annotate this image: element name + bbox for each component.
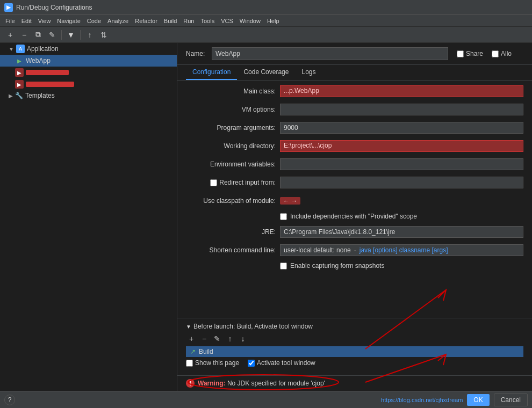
title-text: Run/Debug Configurations <box>16 4 92 11</box>
env-vars-input[interactable] <box>280 158 523 170</box>
show-page-checkbox[interactable] <box>186 360 193 367</box>
share-checkbox-label[interactable]: Share <box>457 50 483 57</box>
templates-label: Templates <box>25 92 55 99</box>
app-icon: ▶ <box>4 3 13 12</box>
working-dir-input[interactable]: E:\project\...\cjop <box>280 140 523 152</box>
jre-row: JRE: <box>186 225 523 238</box>
module-badge[interactable]: ← → <box>280 197 300 205</box>
name-row: Name: Share Allo <box>177 43 532 65</box>
menu-vcs[interactable]: VCS <box>218 17 236 25</box>
menu-tools[interactable]: Tools <box>197 17 218 25</box>
bottom-bar: ? https://blog.csdn.net/cjhxdream OK Can… <box>0 391 532 408</box>
before-launch-up[interactable]: ↑ <box>225 333 235 344</box>
menu-file[interactable]: File <box>2 17 18 25</box>
tree-item-redacted2[interactable]: ▶ <box>0 78 177 90</box>
dropdown-button[interactable]: ▼ <box>65 29 77 41</box>
before-launch-down[interactable]: ↓ <box>238 333 248 344</box>
red-icon-1: ▶ <box>15 68 24 77</box>
warning-bar: ! Warning: No JDK specified for module '… <box>177 375 532 391</box>
include-deps-checkbox[interactable] <box>280 213 287 220</box>
build-item[interactable]: ↗ Build <box>186 346 523 357</box>
ok-button[interactable]: OK <box>467 394 489 406</box>
tree-item-webapp[interactable]: ▶ WebApp <box>0 55 177 67</box>
main-layout: ▼ A Application ▶ WebApp ▶ ▶ ▶ 🔧 <box>0 43 532 391</box>
env-vars-label: Environment variables: <box>186 161 280 168</box>
menu-view[interactable]: View <box>35 17 54 25</box>
run-icon: ▶ <box>15 56 24 65</box>
application-icon: A <box>16 45 25 53</box>
before-launch-remove[interactable]: − <box>199 333 210 344</box>
program-args-label: Program arguments: <box>186 124 280 132</box>
redacted-label-1 <box>26 70 69 75</box>
website-link[interactable]: https://blog.csdn.net/cjhxdream <box>381 397 463 403</box>
menu-window[interactable]: Window <box>236 17 264 25</box>
main-class-row: Main class: ...p.WebApp <box>186 85 523 98</box>
redirect-input[interactable] <box>280 177 523 188</box>
menu-analyze[interactable]: Analyze <box>104 17 132 25</box>
menu-navigate[interactable]: Navigate <box>54 17 83 25</box>
tab-logs[interactable]: Logs <box>295 65 322 80</box>
allow-label: Allo <box>501 50 512 57</box>
jre-input[interactable] <box>280 226 523 238</box>
copy-button[interactable]: ⧉ <box>32 29 44 41</box>
include-deps-label: Include dependencies with "Provided" sco… <box>290 213 417 220</box>
form-snapshots-checkbox[interactable] <box>280 263 287 269</box>
program-args-input[interactable] <box>280 122 523 134</box>
activate-tool-window-checkbox[interactable] <box>248 360 255 367</box>
activate-tool-window-label[interactable]: Activate tool window <box>248 359 315 367</box>
bottom-left: ? <box>4 395 15 405</box>
allow-checkbox-label[interactable]: Allo <box>492 50 512 57</box>
add-button[interactable]: + <box>4 29 16 41</box>
shorten-cmd-value[interactable]: user-local default: none - java [options… <box>280 244 523 256</box>
shorten-cmd-link[interactable]: java [options] classname [args] <box>360 246 448 254</box>
name-input[interactable] <box>212 47 448 60</box>
separator2 <box>80 30 81 40</box>
menu-refactor[interactable]: Refactor <box>132 17 161 25</box>
working-dir-label: Working directory: <box>186 142 280 150</box>
share-checkbox[interactable] <box>457 50 464 57</box>
tab-code-coverage[interactable]: Code Coverage <box>237 65 295 80</box>
before-launch-header: ▼ Before launch: Build, Activate tool wi… <box>186 323 523 330</box>
working-dir-value: E:\project\...\cjop <box>284 142 332 149</box>
jre-label: JRE: <box>186 228 280 236</box>
classpath-label: Use classpath of module: <box>186 197 280 205</box>
redacted-label-2 <box>26 82 74 87</box>
edit-button[interactable]: ✎ <box>46 29 58 41</box>
redirect-checkbox[interactable] <box>210 179 217 186</box>
menu-help[interactable]: Help <box>264 17 283 25</box>
allow-checkbox[interactable] <box>492 50 499 57</box>
main-class-input[interactable]: ...p.WebApp <box>280 85 523 97</box>
menu-code[interactable]: Code <box>84 17 104 25</box>
menu-run[interactable]: Run <box>180 17 197 25</box>
menu-build[interactable]: Build <box>161 17 180 25</box>
warning-message: No JDK specified for module 'cjop' <box>227 380 325 387</box>
remove-button[interactable]: − <box>18 29 30 41</box>
warning-text: Warning: No JDK specified for module 'cj… <box>198 380 325 387</box>
warning-icon: ! <box>186 379 195 388</box>
before-launch-add[interactable]: + <box>186 333 197 344</box>
form-snapshots-label: Enable capturing form snapshots <box>290 262 384 269</box>
redirect-label: Redirect input from: <box>219 179 276 186</box>
redirect-input-row: Redirect input from: <box>186 176 523 189</box>
move-up-button[interactable]: ↑ <box>84 29 96 41</box>
main-class-value: ...p.WebApp <box>284 87 319 94</box>
tree-item-redacted1[interactable]: ▶ <box>0 67 177 78</box>
bottom-checkboxes: Show this page Activate tool window <box>186 359 523 367</box>
sort-button[interactable]: ⇅ <box>98 29 110 41</box>
tree-item-application[interactable]: ▼ A Application <box>0 43 177 55</box>
tree-item-templates[interactable]: ▶ 🔧 Templates <box>0 90 177 101</box>
help-button[interactable]: ? <box>4 395 15 405</box>
show-page-label[interactable]: Show this page <box>186 359 239 367</box>
tab-configuration[interactable]: Configuration <box>186 65 237 80</box>
program-args-row: Program arguments: <box>186 121 523 134</box>
menu-edit[interactable]: Edit <box>18 17 35 25</box>
expand-arrow: ▼ <box>9 46 14 52</box>
vm-options-label: VM options: <box>186 106 280 113</box>
vm-options-input[interactable] <box>280 104 523 115</box>
working-dir-row: Working directory: E:\project\...\cjop <box>186 140 523 152</box>
before-launch-edit[interactable]: ✎ <box>212 333 222 344</box>
before-launch-section: ▼ Before launch: Build, Activate tool wi… <box>177 318 532 375</box>
cancel-button[interactable]: Cancel <box>494 394 528 406</box>
before-launch-toolbar: + − ✎ ↑ ↓ <box>186 333 523 344</box>
tabs-bar: Configuration Code Coverage Logs <box>177 65 532 81</box>
